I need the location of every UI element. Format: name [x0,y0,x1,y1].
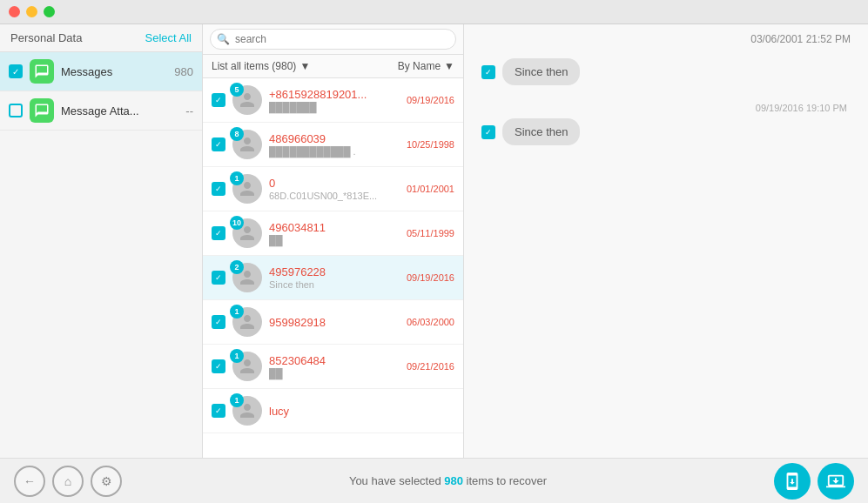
attachments-label: Message Atta... [61,104,185,117]
list-item-checkbox[interactable] [212,137,225,151]
list-toolbar: List all items (980) ▼ By Name ▼ [203,55,463,78]
sidebar: Personal Data Select All Messages 980 Me… [0,24,203,458]
message-group-1: Since then [481,58,851,85]
sidebar-item-messages[interactable]: Messages 980 [0,52,202,91]
home-icon: ⌂ [64,474,71,488]
message-checkbox-1[interactable] [481,65,495,79]
list-item[interactable]: 1 852306484 ██ 09/21/2016 [203,345,463,389]
avatar: 5 [232,85,262,115]
main-layout: Personal Data Select All Messages 980 Me… [0,24,868,458]
list-item[interactable]: 10 496034811 ██ 05/11/1999 [203,211,463,256]
item-sub: ███████ [269,102,403,112]
list-item-checkbox[interactable] [212,359,225,373]
item-date: 05/11/1999 [407,228,454,238]
badge: 10 [230,216,244,230]
select-all-button[interactable]: Select All [145,31,192,44]
message-pre-date-2: 09/19/2016 19:10 PM [481,103,851,113]
messages-count: 980 [174,65,193,78]
recover-to-pc-button[interactable] [818,463,854,500]
attachments-checkbox[interactable] [9,104,23,117]
item-name: +8615928819201... [269,88,403,101]
device-recover-icon [783,472,802,491]
sort-button[interactable]: By Name ▼ [398,60,454,72]
list-item-checkbox[interactable] [212,315,225,329]
item-date: 10/25/1998 [407,139,454,150]
close-button[interactable] [9,6,20,17]
message-group-2: 09/19/2016 19:10 PM Since then [481,103,851,145]
list-item[interactable]: 2 495976228 Since then 09/19/2016 [203,256,463,300]
content: 🔍 List all items (980) ▼ By Name ▼ [203,24,868,458]
item-date: 09/19/2016 [407,272,454,283]
item-sub: Since then [269,279,403,290]
item-info: lucy [269,405,454,418]
item-name: 959982918 [269,316,403,329]
item-sub: 68D.C01USN00_*813E... [269,191,403,201]
sidebar-header: Personal Data Select All [0,24,202,52]
list-item-checkbox[interactable] [212,93,225,107]
list-item[interactable]: 5 +8615928819201... ███████ 09/19/2016 [203,78,463,123]
badge: 5 [230,83,244,97]
item-info: 0 68D.C01USN00_*813E... [269,177,403,201]
item-sub: ████████████ . [269,146,403,157]
list-item[interactable]: 1 959982918 06/03/2000 [203,300,463,345]
messages-checkbox[interactable] [9,64,23,78]
gear-icon: ⚙ [101,474,112,488]
pc-recover-icon [826,472,845,491]
list-all-button[interactable]: List all items (980) ▼ [212,60,310,72]
messages-area: Since then 09/19/2016 19:10 PM Since the… [464,50,868,458]
item-info: 486966039 ████████████ . [269,132,403,157]
detail-header: 03/06/2001 21:52 PM [464,24,868,50]
bottom-bar: ← ⌂ ⚙ You have selected 980 items to rec… [0,458,868,503]
avatar: 8 [232,130,262,159]
recover-to-device-button[interactable] [774,463,811,500]
badge: 1 [230,305,244,319]
badge: 1 [230,171,244,185]
search-input[interactable] [210,29,456,50]
list-all-chevron-icon: ▼ [299,60,310,72]
minimize-button[interactable] [26,6,37,17]
message-bubble-2: Since then [502,118,580,145]
message-checkbox-2[interactable] [481,125,495,139]
settings-button[interactable]: ⚙ [91,466,122,497]
item-info: 496034811 ██ [269,221,403,245]
message-bubble-1: Since then [502,58,580,85]
list-item[interactable]: 1 0 68D.C01USN00_*813E... 01/01/2001 [203,167,463,211]
message-row-1: Since then [481,58,851,85]
attachments-app-icon [30,98,54,123]
item-name: 486966039 [269,132,403,145]
item-name: 495976228 [269,265,403,278]
item-date: 09/19/2016 [407,95,454,105]
maximize-button[interactable] [44,6,55,17]
item-sub: ██ [269,368,403,379]
item-info: 959982918 [269,316,403,329]
list-item[interactable]: 8 486966039 ████████████ . 10/25/1998 [203,123,463,167]
badge: 8 [230,127,244,141]
search-icon: 🔍 [217,33,230,45]
item-sub: ██ [269,235,403,245]
list-panel: 🔍 List all items (980) ▼ By Name ▼ [203,24,464,458]
list-all-label: List all items (980) [212,60,296,72]
item-info: 495976228 Since then [269,265,403,290]
avatar: 1 [232,352,262,381]
list-item-checkbox[interactable] [212,226,225,240]
badge: 2 [230,260,244,274]
sidebar-item-attachments[interactable]: Message Atta... -- [0,91,202,131]
list-item[interactable]: 1 lucy [203,389,463,433]
home-button[interactable]: ⌂ [52,466,84,497]
list-item-checkbox[interactable] [212,404,225,418]
back-button[interactable]: ← [14,466,45,497]
item-date: 09/21/2016 [407,361,454,372]
action-buttons [774,463,854,500]
avatar: 2 [232,263,262,292]
list-item-checkbox[interactable] [212,271,225,285]
avatar: 10 [232,218,262,248]
badge: 1 [230,393,244,407]
nav-buttons: ← ⌂ ⚙ [14,466,122,497]
status-text: You have selected 980 items to recover [349,474,547,487]
titlebar [0,0,868,24]
list-item-checkbox[interactable] [212,182,225,196]
status-count: 980 [444,474,463,487]
item-date: 01/01/2001 [407,184,454,194]
messages-label: Messages [61,65,174,78]
avatar: 1 [232,396,262,426]
